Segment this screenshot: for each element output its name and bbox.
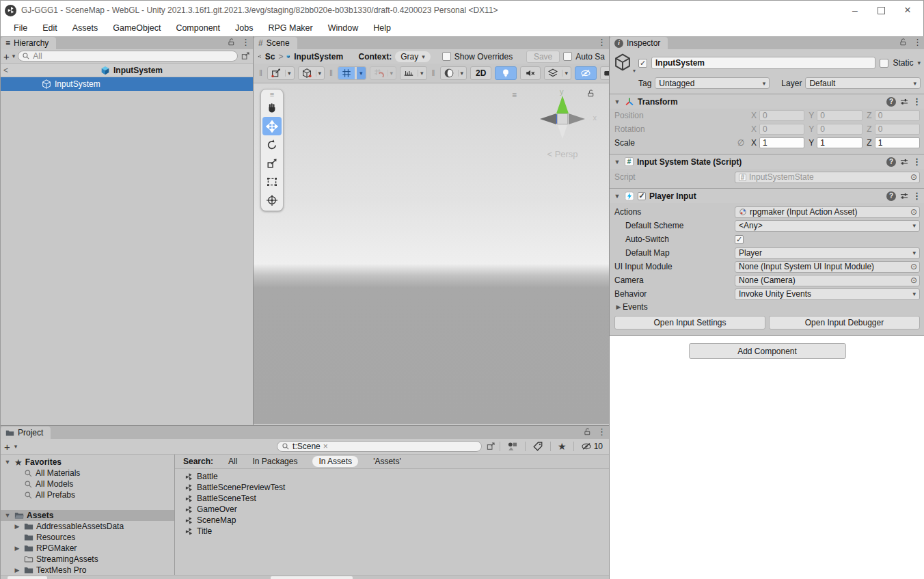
foldout-icon[interactable]: ▶ xyxy=(13,567,21,574)
result-battlescenetest[interactable]: BattleSceneTest xyxy=(175,493,609,504)
help-icon[interactable]: ? xyxy=(886,97,896,107)
rotate-tool-button[interactable] xyxy=(262,135,282,154)
grid-visibility-button[interactable]: ▾ xyxy=(338,66,366,80)
result-battlescenepreviewtest[interactable]: BattleScenePreviewTest xyxy=(175,482,609,493)
rect-tool-button[interactable] xyxy=(262,172,282,191)
gameobject-icon[interactable]: ▾ xyxy=(614,53,634,72)
assets-root[interactable]: ▼ Assets xyxy=(1,510,174,521)
save-button[interactable]: Save xyxy=(526,51,560,63)
project-search-input[interactable]: t:Scene × xyxy=(277,441,482,452)
gizmo-y-cone[interactable] xyxy=(556,96,569,113)
grid-snapping-button[interactable]: ▾ xyxy=(370,66,397,80)
foldout-icon[interactable]: ▼ xyxy=(3,459,12,466)
draw-mode-button[interactable]: ▾ xyxy=(440,66,467,80)
pivot-rotation-button[interactable]: ▾ xyxy=(298,66,325,80)
toolbar-grip[interactable]: ‖ xyxy=(431,68,437,78)
pivot-position-button[interactable]: ▾ xyxy=(267,66,295,80)
scope-in-assets[interactable]: In Assets xyxy=(312,456,358,467)
view-2d-button[interactable]: 2D xyxy=(470,66,491,80)
lock-icon[interactable] xyxy=(227,38,236,46)
tab-hierarchy[interactable]: ≡ Hierarchy xyxy=(1,37,56,49)
close-button[interactable]: × xyxy=(903,5,912,15)
orientation-gizmo[interactable]: ≡ y x xyxy=(534,93,591,142)
scale-tool-button[interactable] xyxy=(262,154,282,172)
overlay-grip[interactable]: ≡ xyxy=(512,90,517,100)
gameobject-name-field[interactable]: InputSystem xyxy=(651,57,875,69)
create-button[interactable]: + xyxy=(4,442,10,452)
foldout-icon[interactable]: ▼ xyxy=(613,193,621,200)
open-input-debugger-button[interactable]: Open Input Debugger xyxy=(769,316,920,329)
foldout-icon[interactable]: ▶ xyxy=(13,545,21,552)
search-by-label-icon[interactable] xyxy=(532,441,543,452)
component-enabled-checkbox[interactable]: ✓ xyxy=(638,192,646,200)
help-icon[interactable]: ? xyxy=(886,157,896,167)
panel-menu-icon[interactable]: ⋮ xyxy=(913,38,922,46)
presets-icon[interactable] xyxy=(899,191,909,201)
component-menu-icon[interactable]: ⋮ xyxy=(912,191,921,200)
foldout-icon[interactable]: ▼ xyxy=(613,159,621,165)
snap-increment-button[interactable]: ▾ xyxy=(400,66,427,80)
tree-item-streamingassets[interactable]: StreamingAssets xyxy=(1,554,174,565)
menu-file[interactable]: File xyxy=(6,21,35,35)
presets-icon[interactable] xyxy=(899,97,909,107)
transform-header[interactable]: ▼ Transform ? ⋮ xyxy=(610,94,924,109)
create-button[interactable]: + xyxy=(3,51,10,62)
menu-assets[interactable]: Assets xyxy=(65,21,106,35)
foldout-icon[interactable]: ▼ xyxy=(3,512,12,519)
gizmo-right-cone[interactable] xyxy=(569,113,585,124)
maximize-button[interactable] xyxy=(878,7,885,14)
component-menu-icon[interactable]: ⋮ xyxy=(912,97,921,106)
tree-item-addressableassetsdata[interactable]: ▶ AddressableAssetsData xyxy=(1,521,174,532)
rotation-z-field[interactable]: 0 xyxy=(875,124,920,135)
transform-tool-button[interactable] xyxy=(262,191,282,209)
static-checkbox[interactable] xyxy=(880,59,888,68)
hierarchy-item-inputsystem[interactable]: InputSystem xyxy=(1,77,253,91)
scene-audio-button[interactable] xyxy=(520,66,541,80)
hierarchy-scene-header[interactable]: < InputSystem xyxy=(1,64,253,77)
result-title[interactable]: Title xyxy=(175,526,609,537)
active-checkbox[interactable]: ✓ xyxy=(638,59,647,68)
scrollbar-thumb[interactable] xyxy=(8,576,47,579)
toolbar-grip[interactable]: ‖ xyxy=(258,68,264,78)
open-input-settings-button[interactable]: Open Input Settings xyxy=(614,316,765,329)
tag-dropdown[interactable]: Untagged ▾ xyxy=(655,77,770,89)
gizmo-persp-label[interactable]: < Persp xyxy=(528,149,597,159)
menu-jobs[interactable]: Jobs xyxy=(228,21,260,35)
menu-rpgmaker[interactable]: RPG Maker xyxy=(260,21,320,35)
breadcrumb-scene[interactable]: Sc xyxy=(265,52,275,62)
ui-input-module-field[interactable]: None (Input System UI Input Module) ⊙ xyxy=(735,261,920,273)
search-by-type-icon[interactable] xyxy=(507,441,518,452)
favorite-all-prefabs[interactable]: All Prefabs xyxy=(1,489,174,500)
link-off-icon[interactable]: ∅ xyxy=(735,138,747,148)
object-picker-icon[interactable]: ⊙ xyxy=(910,207,917,217)
overlay-grip[interactable]: ≡ xyxy=(262,90,282,98)
component-menu-icon[interactable]: ⋮ xyxy=(912,157,921,166)
tree-item-resources[interactable]: Resources xyxy=(1,532,174,543)
lock-icon[interactable] xyxy=(583,427,592,436)
result-scenemap[interactable]: SceneMap xyxy=(175,515,609,526)
rotation-y-field[interactable]: 0 xyxy=(817,124,862,135)
menu-gameobject[interactable]: GameObject xyxy=(105,21,168,35)
position-y-field[interactable]: 0 xyxy=(817,110,862,121)
menu-window[interactable]: Window xyxy=(321,21,366,35)
toolbar-grip[interactable]: ‖ xyxy=(328,68,334,78)
favorite-all-materials[interactable]: All Materials xyxy=(1,468,174,479)
foldout-icon[interactable]: ▼ xyxy=(613,98,621,105)
open-search-window-icon[interactable] xyxy=(486,442,495,451)
open-search-window-icon[interactable] xyxy=(241,51,250,61)
tree-item-rpgmaker[interactable]: ▶ RPGMaker xyxy=(1,543,174,554)
move-tool-button[interactable] xyxy=(262,117,282,135)
scene-visibility-button[interactable] xyxy=(575,66,597,80)
favorites-root[interactable]: ▼ ★ Favorites xyxy=(1,457,174,468)
hierarchy-search-input[interactable]: All xyxy=(18,51,238,62)
scope-all[interactable]: All xyxy=(228,457,237,466)
player-input-header[interactable]: ▼ ✓ Player Input ? ⋮ xyxy=(610,188,924,203)
scale-x-field[interactable]: 1 xyxy=(759,137,804,148)
show-overrides-checkbox[interactable] xyxy=(442,52,451,61)
menu-edit[interactable]: Edit xyxy=(35,21,65,35)
rotation-x-field[interactable]: 0 xyxy=(759,124,804,135)
position-z-field[interactable]: 0 xyxy=(875,110,920,121)
scene-viewport[interactable]: ≡ ≡ y x < Pers xyxy=(254,83,609,424)
default-map-dropdown[interactable]: Player ▾ xyxy=(735,247,920,259)
add-component-button[interactable]: Add Component xyxy=(689,343,846,359)
